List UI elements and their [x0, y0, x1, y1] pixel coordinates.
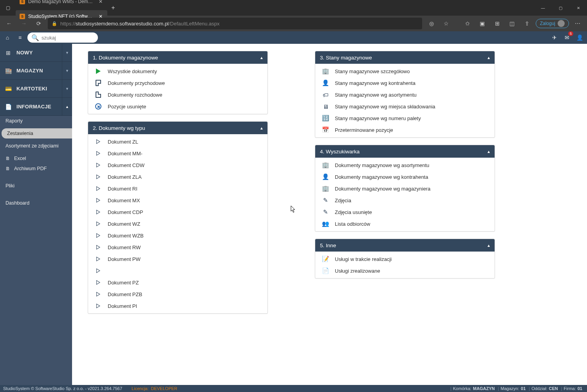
panel-item[interactable] [88, 265, 267, 277]
collections-icon[interactable]: ▣ [476, 18, 489, 29]
item-label: Dokument MX [108, 198, 140, 203]
panel-header[interactable]: 2. Dokumenty wg typu▲ [88, 122, 267, 134]
panel-item[interactable]: Dokumenty rozchodowe [88, 89, 267, 101]
menu-toggle-icon[interactable]: ≡ [15, 32, 25, 43]
window-maximize-button[interactable]: ▢ [552, 0, 569, 16]
window-minimize-button[interactable]: ― [534, 0, 552, 16]
item-label: Dokument WZB [108, 233, 144, 239]
tracking-icon[interactable]: ◎ [425, 18, 438, 29]
sidebar-section-nowy[interactable]: ⊞NOWY▼ [0, 44, 72, 62]
panel-item[interactable]: 🏢Stany magazynowe szczegółowo [315, 65, 495, 77]
shortcut-icon[interactable]: ✈ [549, 32, 560, 43]
section-label: MAGAZYN [16, 68, 43, 74]
chevron-down-icon: ▼ [62, 44, 72, 61]
panel-item[interactable]: ✎Zdjęcia [315, 194, 495, 206]
panel-item[interactable]: Dokument MX [88, 194, 267, 206]
sidebar-item-archiwum-pdf[interactable]: 🗎Archiwum PDF [0, 164, 72, 174]
nav-refresh-button[interactable]: ⟳ [33, 18, 45, 29]
search-input[interactable] [42, 35, 94, 41]
panel-header[interactable]: 1. Dokumenty magazynowe▲ [88, 51, 267, 64]
panel-header[interactable]: 4. Wyszukiwarka▲ [315, 145, 495, 158]
panel-item[interactable]: Dokument PW [88, 253, 267, 265]
sidebar-item-dashboard[interactable]: Dashboard [0, 198, 72, 208]
new-tab-button[interactable]: + [107, 4, 119, 11]
tabs-overview-button[interactable]: ▢ [0, 0, 16, 16]
panel-4-wyszukiwarka: 4. Wyszukiwarka▲🏢Dokumenty magazynowe wg… [315, 145, 495, 232]
sidebar-item-zestawienia[interactable]: Zestawienia [2, 128, 72, 138]
panel-item[interactable]: 🖥Stany magazynowe wg miejsca składowania [315, 101, 495, 112]
panel-item[interactable]: Dokument RW [88, 241, 267, 253]
sidebar-section-magazyn[interactable]: 🏬MAGAZYN▼ [0, 62, 72, 80]
document-out-icon [96, 92, 101, 98]
window-close-button[interactable]: ✕ [569, 0, 587, 16]
panel-item[interactable]: Dokument MM- [88, 147, 267, 159]
panel-item[interactable]: Dokument CDW [88, 159, 267, 171]
panel-item[interactable]: 📝Usługi w trakcie realizacji [315, 253, 495, 265]
item-label: Stany magazynowe szczegółowo [335, 68, 410, 74]
panel-header[interactable]: 3. Stany magazynowe▲ [315, 51, 495, 64]
play-outline-icon [96, 245, 100, 250]
item-icon: 📝 [322, 255, 329, 263]
panel-item[interactable]: Dokument WZB [88, 230, 267, 241]
sidebar-section-informacje[interactable]: 📄INFORMACJE▲ [0, 98, 72, 116]
panel-item[interactable]: Dokument CDP [88, 206, 267, 218]
panel-item[interactable]: Wszystkie dokumenty [88, 65, 267, 77]
sidebar-item-pliki[interactable]: Pliki [0, 181, 72, 191]
panel-item[interactable]: 📅Przeterminowane pozycje [315, 124, 495, 136]
sidebar-section-kartoteki[interactable]: 💳KARTOTEKI▼ [0, 80, 72, 98]
extensions-icon[interactable]: ⊞ [491, 18, 504, 29]
reader-icon[interactable]: ◫ [506, 18, 518, 29]
sidebar-item-raporty[interactable]: Raporty [0, 116, 72, 126]
item-label: Archiwum PDF [14, 166, 47, 171]
panel-header[interactable]: 5. Inne▲ [315, 239, 495, 252]
play-icon [96, 68, 101, 74]
favorite-icon[interactable]: ☆ [440, 18, 453, 29]
item-label: Usługi w trakcie realizacji [335, 256, 392, 262]
panel-5-inne: 5. Inne▲📝Usługi w trakcie realizacji📄Usł… [315, 239, 495, 279]
nav-back-button[interactable]: ← [3, 18, 15, 29]
panel-item[interactable]: 🏷Stany magazynowe wg asortymentu [315, 89, 495, 101]
panel-item[interactable]: 🔢Stany magazynowe wg numeru palety [315, 112, 495, 124]
item-label: Dokument PZ [108, 280, 139, 286]
search-box[interactable]: 🔍 [27, 32, 98, 43]
panel-item[interactable]: Dokument ZL [88, 136, 267, 147]
panel-item[interactable]: Dokument ZLA [88, 171, 267, 183]
item-label: Wszystkie dokumenty [108, 68, 157, 74]
browser-tab-0[interactable]: SDemo Magazyn WMS - Demo o…✕ [16, 0, 107, 8]
panel-item[interactable]: Dokument PZ [88, 277, 267, 288]
close-icon[interactable]: ✕ [98, 0, 103, 4]
home-icon[interactable]: ⌂ [2, 32, 13, 43]
item-label: Dokumenty magazynowe wg magazyniera [335, 186, 430, 192]
url-input[interactable]: 🔒 https://studiosystemdemo.softwarestudi… [48, 18, 422, 29]
favorites-bar-icon[interactable]: ✩ [461, 18, 474, 29]
share-icon[interactable]: ⇪ [521, 18, 533, 29]
panel-item[interactable]: Dokument PI [88, 300, 267, 312]
panel-item[interactable]: 👤Dokumenty magazynowe wg kontrahenta [315, 171, 495, 183]
item-icon: 👤 [322, 173, 329, 180]
panel-item[interactable]: Dokumenty przychodowe [88, 77, 267, 89]
item-label: Lista odbiorców [335, 221, 370, 227]
panel-item[interactable]: 📄Usługi zrealizowane [315, 265, 495, 277]
browser-chrome: ▢ SDemo Magazyn WMS - Demo o…✕SStudioSys… [0, 0, 587, 31]
sidebar-item-excel[interactable]: 🗎Excel [0, 153, 72, 164]
panel-item[interactable]: Dokument WZ [88, 218, 267, 230]
panel-item[interactable]: 👥Lista odbiorców [315, 218, 495, 230]
panel-item[interactable]: 👤Stany magazynowe wg kontrahenta [315, 77, 495, 89]
item-label: Stany magazynowe wg kontrahenta [335, 80, 415, 86]
mail-icon[interactable]: ✉5 [562, 32, 572, 43]
panel-item[interactable]: Pozycje usunięte [88, 101, 267, 112]
panel-item[interactable]: 🏢Dokumenty magazynowe wg asortymentu [315, 159, 495, 171]
status-key: Magazyn: [500, 386, 519, 391]
panel-item[interactable]: Dokument PZB [88, 288, 267, 300]
nav-forward-button[interactable]: → [18, 18, 30, 29]
user-icon[interactable]: 👤 [574, 32, 585, 43]
play-outline-icon [96, 163, 100, 167]
browser-login-button[interactable]: Zaloguj [536, 19, 569, 28]
browser-menu-button[interactable]: ⋯ [571, 18, 584, 29]
panel-item[interactable]: 🏢Dokumenty magazynowe wg magazyniera [315, 183, 495, 194]
sidebar-item-asortyment-ze-zdj-ciami[interactable]: Asortyment ze zdjęciami [0, 141, 72, 151]
panel-item[interactable]: ✎Zdjęcia usunięte [315, 206, 495, 218]
document-in-icon [96, 80, 101, 86]
panel-item[interactable]: Dokument RI [88, 183, 267, 194]
status-key: Oddział: [531, 386, 547, 391]
